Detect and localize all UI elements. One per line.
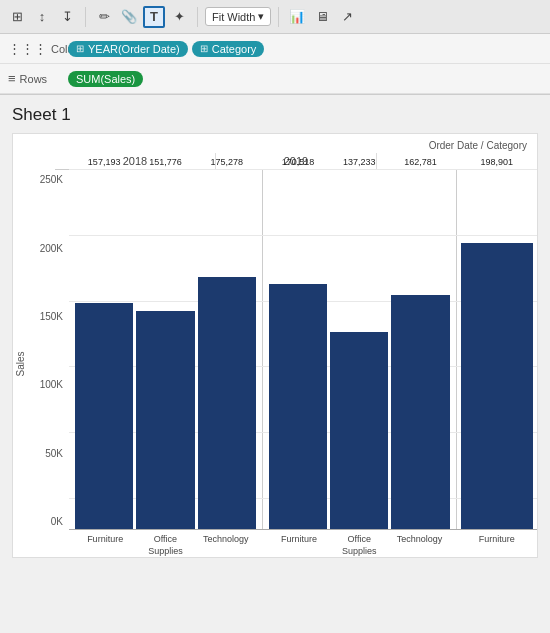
y-axis: 0K 50K 100K 150K 200K 250K: [27, 170, 69, 557]
paperclip-icon[interactable]: 📎: [118, 6, 140, 28]
rows-label: ≡ Rows: [8, 71, 68, 86]
bar-col-furniture-2019[interactable]: 170,518: [269, 170, 327, 529]
sum-sales-label: SUM(Sales): [76, 73, 135, 85]
bars-area: 157,193 151,776 175,278: [69, 170, 537, 530]
columns-label: ⋮⋮⋮ Columns: [8, 41, 68, 56]
year-order-date-pill[interactable]: ⊞ YEAR(Order Date): [68, 41, 188, 57]
sort-asc-icon[interactable]: ↕: [31, 6, 53, 28]
x-year-group-2019: Furniture OfficeSupplies Technology: [263, 530, 457, 557]
x-labels: Furniture OfficeSupplies Technology Furn…: [69, 530, 537, 557]
x-cat-label-furniture-2018: Furniture: [75, 530, 135, 557]
bar-col-technology-2019[interactable]: 162,781: [391, 170, 449, 529]
calendar-icon: ⊞: [76, 43, 84, 54]
bar-technology-2019[interactable]: [391, 295, 449, 529]
columns-icon: ⋮⋮⋮: [8, 41, 47, 56]
category-label: Category: [212, 43, 257, 55]
chart-type-icon[interactable]: 📊: [286, 6, 308, 28]
shelf-area: ⋮⋮⋮ Columns ⊞ YEAR(Order Date) ⊞ Categor…: [0, 34, 550, 95]
bar-furniture-2019[interactable]: [269, 284, 327, 529]
bar-label-furniture-2019: 170,518: [282, 157, 315, 167]
chart-subtitle: Order Date / Category: [13, 140, 537, 151]
y-label-200k: 200K: [33, 243, 63, 254]
x-cat-label-furniture-2019: Furniture: [269, 530, 329, 557]
pencil-icon[interactable]: ✏: [93, 6, 115, 28]
toolbar-left-group: ⊞ ↕ ↧: [6, 6, 78, 28]
bar-label-furniture-partial: 198,901: [481, 157, 514, 167]
x-year-group-2018: Furniture OfficeSupplies Technology: [69, 530, 263, 557]
year-group-partial: 198,901: [457, 170, 537, 529]
year-order-date-label: YEAR(Order Date): [88, 43, 180, 55]
bar-label-technology-2018: 175,278: [210, 157, 243, 167]
toolbar-separator-2: [197, 7, 198, 27]
bar-label-officesupplies-2018: 151,776: [149, 157, 182, 167]
bar-furniture-partial[interactable]: [461, 243, 533, 529]
bar-label-officesupplies-2019: 137,233: [343, 157, 376, 167]
columns-pills: ⊞ YEAR(Order Date) ⊞ Category: [68, 41, 264, 57]
bar-furniture-2018[interactable]: [75, 303, 133, 529]
fit-width-button[interactable]: Fit Width ▾: [205, 7, 271, 26]
y-axis-title: Sales: [15, 351, 26, 376]
sort-desc-icon[interactable]: ↧: [56, 6, 78, 28]
marks-card-icon[interactable]: ⊞: [6, 6, 28, 28]
chevron-down-icon: ▾: [258, 10, 264, 23]
year-header-2018: 2018: [55, 153, 216, 169]
toolbar: ⊞ ↕ ↧ ✏ 📎 T ✦ Fit Width ▾ 📊 🖥 ↗: [0, 0, 550, 34]
columns-shelf: ⋮⋮⋮ Columns ⊞ YEAR(Order Date) ⊞ Categor…: [0, 34, 550, 64]
x-cat-label-furniture-partial: Furniture: [461, 530, 533, 557]
year-header-spacer: [13, 153, 55, 169]
x-cat-label-officesupplies-2019: OfficeSupplies: [329, 530, 389, 557]
y-label-50k: 50K: [33, 448, 63, 459]
sum-sales-pill[interactable]: SUM(Sales): [68, 71, 143, 87]
bar-label-technology-2019: 162,781: [404, 157, 437, 167]
year-group-2019: 170,518 137,233 162,781: [263, 170, 457, 529]
year-group-2018: 157,193 151,776 175,278: [69, 170, 263, 529]
toolbar-separator-3: [278, 7, 279, 27]
bar-col-technology-2018[interactable]: 175,278: [198, 170, 256, 529]
bar-col-officesupplies-2018[interactable]: 151,776: [136, 170, 194, 529]
fit-width-label: Fit Width: [212, 11, 255, 23]
x-cat-label-officesupplies-2018: OfficeSupplies: [135, 530, 195, 557]
y-label-0: 0K: [33, 516, 63, 527]
format-icon[interactable]: ✦: [168, 6, 190, 28]
bar-label-furniture-2018: 157,193: [88, 157, 121, 167]
x-cat-label-technology-2018: Technology: [196, 530, 256, 557]
toolbar-view-group: 📊 🖥 ↗: [286, 6, 358, 28]
share-icon[interactable]: ↗: [336, 6, 358, 28]
rows-icon: ≡: [8, 71, 16, 86]
chart-wrapper: Order Date / Category 2018 2019 Sales 0K…: [12, 133, 538, 558]
chart-inner: Sales 0K 50K 100K 150K 200K 250K: [13, 170, 537, 557]
rows-shelf: ≡ Rows SUM(Sales): [0, 64, 550, 94]
bar-col-officesupplies-2019[interactable]: 137,233: [330, 170, 388, 529]
bar-technology-2018[interactable]: [198, 277, 256, 529]
chart-container: Sheet 1 Order Date / Category 2018 2019 …: [0, 95, 550, 564]
dimension-icon: ⊞: [200, 43, 208, 54]
toolbar-separator-1: [85, 7, 86, 27]
y-label-150k: 150K: [33, 311, 63, 322]
chart-plot-area: 157,193 151,776 175,278: [69, 170, 537, 557]
x-cat-label-technology-2019: Technology: [389, 530, 449, 557]
bar-officesupplies-2019[interactable]: [330, 332, 388, 529]
monitor-icon[interactable]: 🖥: [311, 6, 333, 28]
bar-col-furniture-partial[interactable]: 198,901: [461, 170, 533, 529]
bar-col-furniture-2018[interactable]: 157,193: [75, 170, 133, 529]
toolbar-format-group: ✏ 📎 T ✦: [93, 6, 190, 28]
bar-officesupplies-2018[interactable]: [136, 311, 194, 529]
y-label-100k: 100K: [33, 379, 63, 390]
sheet-title: Sheet 1: [12, 105, 538, 125]
rows-pills: SUM(Sales): [68, 71, 143, 87]
y-label-250k: 250K: [33, 174, 63, 185]
category-pill[interactable]: ⊞ Category: [192, 41, 265, 57]
text-icon[interactable]: T: [143, 6, 165, 28]
x-year-group-partial: Furniture: [457, 530, 537, 557]
